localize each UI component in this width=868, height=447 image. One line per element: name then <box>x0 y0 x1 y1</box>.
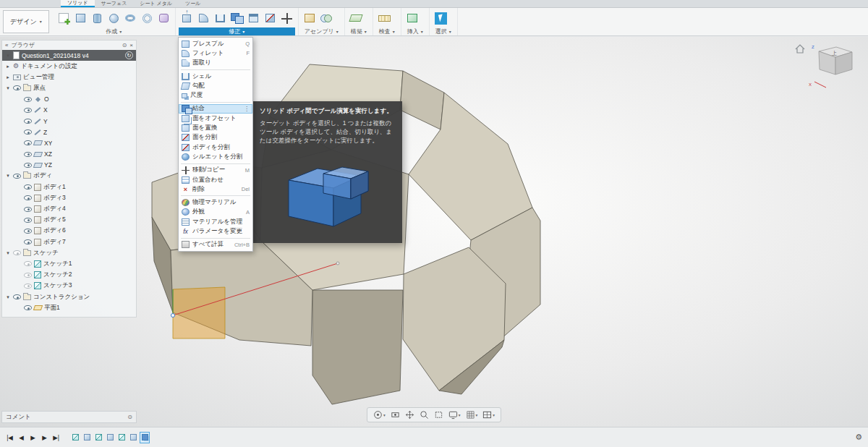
expander-icon[interactable]: ▾ <box>5 294 11 300</box>
timeline-marker-extrude-icon[interactable] <box>82 432 92 443</box>
visibility-eye-icon[interactable] <box>24 273 32 278</box>
visibility-eye-icon[interactable] <box>24 195 32 200</box>
tab-sheet-metal[interactable]: シート メタル <box>133 0 179 7</box>
tree-item-origin-point[interactable]: O <box>2 94 136 105</box>
fillet-icon[interactable] <box>195 9 212 27</box>
expander-icon[interactable]: ▾ <box>5 173 11 179</box>
viewports-button[interactable]: ▾ <box>480 409 497 420</box>
assemble-group-label[interactable]: アセンブリ▾ <box>302 27 341 35</box>
create-coil-icon[interactable] <box>139 9 156 27</box>
timeline-settings-gear-icon[interactable]: ⚙ <box>855 433 862 442</box>
display-settings-button[interactable]: ▾ <box>446 409 463 420</box>
timeline-marker-sketch-icon[interactable] <box>93 432 103 443</box>
expander-icon[interactable]: ▾ <box>5 53 11 59</box>
visibility-eye-icon[interactable] <box>24 184 32 190</box>
new-component-icon[interactable] <box>302 9 318 27</box>
pan-button[interactable] <box>403 409 417 420</box>
tree-item-xz-plane[interactable]: XZ <box>2 149 136 160</box>
shell-icon[interactable] <box>212 9 229 27</box>
create-group-label[interactable]: 作成▾ <box>56 27 172 35</box>
tree-item-body5[interactable]: ボディ5 <box>2 215 136 226</box>
tree-item-xy-plane[interactable]: XY <box>2 137 136 148</box>
home-icon[interactable] <box>796 45 804 53</box>
step-back-button[interactable]: ◀ <box>17 434 25 441</box>
expander-icon[interactable]: ▸ <box>5 74 11 80</box>
tree-item-y-axis[interactable]: Y <box>2 116 136 127</box>
menu-item-change-parameters[interactable]: fx パラメータを変更 <box>179 226 252 236</box>
menu-item-press-pull[interactable]: プレスプル Q <box>179 39 252 48</box>
more-options-icon[interactable]: ⋮ <box>244 106 250 112</box>
expander-icon[interactable]: ▾ <box>5 250 11 256</box>
tab-surface[interactable]: サーフェス <box>95 0 134 7</box>
visibility-eye-icon[interactable] <box>24 97 32 102</box>
visibility-eye-icon[interactable] <box>24 261 32 266</box>
visibility-eye-icon[interactable] <box>13 294 21 299</box>
inspect-group-label[interactable]: 検査▾ <box>376 27 398 35</box>
timeline-marker-sketch-icon[interactable] <box>116 432 127 443</box>
sync-status-icon[interactable]: ↻ <box>125 51 133 59</box>
tree-item-body4[interactable]: ボディ4 <box>2 203 136 214</box>
go-to-start-button[interactable]: |◀ <box>6 434 14 441</box>
center-point[interactable] <box>336 262 339 265</box>
tab-tools[interactable]: ツール <box>179 0 207 7</box>
visibility-eye-icon[interactable] <box>13 174 21 179</box>
modify-group-label[interactable]: 修正▾ <box>179 27 295 35</box>
visibility-eye-icon[interactable] <box>24 108 32 113</box>
close-panel-icon[interactable]: × <box>129 42 133 48</box>
orbit-button[interactable]: ▾ <box>371 409 388 420</box>
grid-settings-button[interactable]: ▾ <box>464 409 480 420</box>
visibility-eye-icon[interactable] <box>24 152 32 157</box>
design-workspace-selector[interactable]: デザイン ▾ <box>3 10 49 33</box>
tree-item-body7[interactable]: ボディ7 <box>2 237 136 247</box>
tree-item-origin-folder[interactable]: ▾ 原点 <box>2 82 136 93</box>
visibility-eye-icon[interactable] <box>13 250 21 255</box>
view-cube[interactable]: 上 Z X <box>791 40 864 101</box>
tree-item-x-axis[interactable]: X <box>2 105 136 116</box>
create-form-icon[interactable] <box>156 9 172 27</box>
visibility-eye-icon[interactable] <box>24 229 32 234</box>
timeline-marker-combine-icon[interactable] <box>140 432 150 443</box>
menu-item-move-copy[interactable]: 移動/コピー M <box>179 166 252 175</box>
measure-icon[interactable] <box>376 9 393 27</box>
menu-item-split-body[interactable]: ボディを分割 <box>179 142 252 152</box>
menu-item-replace-face[interactable]: 面を置換 <box>179 123 252 132</box>
comment-panel[interactable]: コメント ⊙ <box>1 411 137 423</box>
menu-item-scale[interactable]: 尺度 <box>179 90 252 100</box>
go-to-end-button[interactable]: ▶| <box>52 434 60 441</box>
new-sketch-icon[interactable] <box>56 9 72 27</box>
browser-root-item[interactable]: ▾ Question1_20210418 v4 ↻ <box>2 50 136 61</box>
visibility-eye-icon[interactable] <box>24 305 32 310</box>
tree-item-z-axis[interactable]: Z <box>2 127 136 137</box>
visibility-eye-icon[interactable] <box>24 284 32 289</box>
combine-icon[interactable] <box>229 9 245 27</box>
menu-item-chamfer[interactable]: 面取り <box>179 59 252 68</box>
tree-item-sketches-folder[interactable]: ▾ スケッチ <box>2 247 136 258</box>
play-button[interactable]: ▶ <box>29 434 37 441</box>
menu-item-delete[interactable]: × 削除 Del <box>179 184 252 194</box>
menu-item-shell[interactable]: シェル <box>179 72 252 81</box>
tree-item-named-views[interactable]: ▸ ビュー管理 <box>2 72 136 82</box>
tree-item-sketch1[interactable]: スケッチ1 <box>2 258 136 269</box>
menu-item-compute-all[interactable]: すべて計算 Ctrl+B <box>179 240 252 250</box>
timeline-marker-extrude-icon[interactable] <box>105 432 115 443</box>
tree-item-body3[interactable]: ボディ3 <box>2 192 136 203</box>
menu-item-align[interactable]: 位置合わせ <box>179 175 252 184</box>
insert-group-label[interactable]: 挿入▾ <box>404 27 426 35</box>
look-at-button[interactable] <box>388 409 402 420</box>
tab-solid[interactable]: ソリッド <box>61 0 95 7</box>
tree-item-yz-plane[interactable]: YZ <box>2 160 136 171</box>
fit-button[interactable] <box>432 409 446 420</box>
expander-icon[interactable]: ▾ <box>5 85 11 91</box>
menu-item-combine[interactable]: 結合 ⋮ <box>179 104 252 114</box>
visibility-eye-icon[interactable] <box>13 85 21 90</box>
create-torus-icon[interactable] <box>122 9 139 27</box>
origin-point[interactable] <box>171 314 175 318</box>
dock-panel-icon[interactable]: ⊙ <box>127 414 132 420</box>
step-forward-button[interactable]: ▶ <box>41 434 48 441</box>
visibility-eye-icon[interactable] <box>24 129 32 135</box>
tree-item-sketch3[interactable]: スケッチ3 <box>2 281 136 291</box>
tree-item-sketch2[interactable]: スケッチ2 <box>2 270 136 281</box>
select-icon[interactable] <box>433 9 449 27</box>
zoom-button[interactable] <box>417 409 431 420</box>
construct-group-label[interactable]: 構築▾ <box>348 27 370 35</box>
